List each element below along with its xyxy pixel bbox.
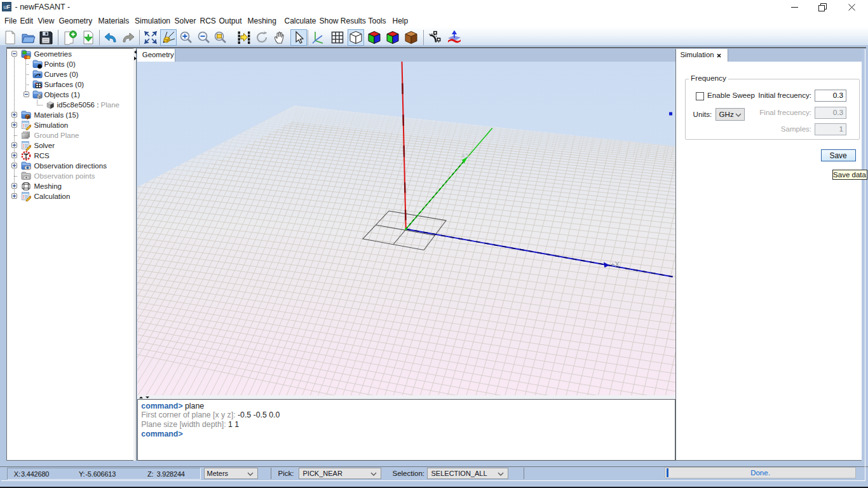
svg-text:+Y: +Y (461, 152, 470, 159)
svg-text:F: F (6, 4, 10, 10)
svg-text:+X: +X (611, 261, 620, 268)
